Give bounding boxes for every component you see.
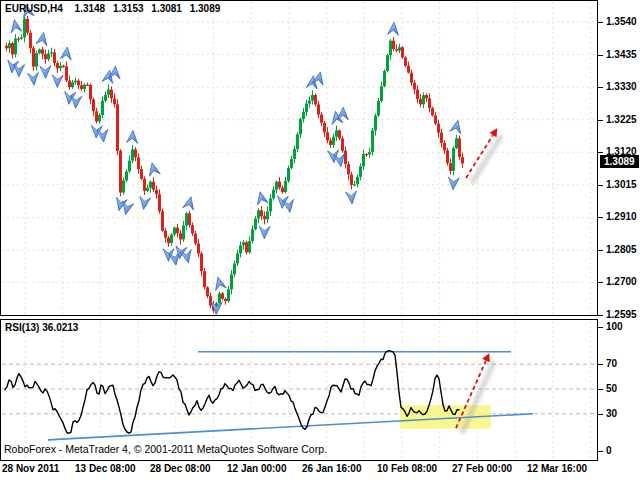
candle: [14, 38, 17, 54]
candle: [389, 41, 392, 55]
axis-tick: [598, 185, 603, 186]
rsi-indicator-pane[interactable]: RSI(13) 36.0213 RoboForex - MetaTrader 4…: [0, 319, 598, 461]
axis-tick: [598, 87, 603, 88]
candle: [398, 47, 401, 50]
rsi-chart[interactable]: [1, 320, 597, 460]
candle: [26, 19, 29, 33]
candle: [395, 49, 398, 50]
candle: [260, 210, 263, 216]
candle: [377, 101, 380, 116]
candle: [419, 99, 422, 104]
fractal-up-arrow-icon: [147, 162, 161, 177]
fractal-up-arrow-icon: [255, 191, 268, 205]
candle: [176, 228, 179, 234]
candle: [356, 177, 359, 185]
rsi-axis-label: 0: [606, 445, 612, 457]
candle: [149, 182, 152, 188]
axis-tick: [598, 250, 603, 251]
price-axis-label: 1.3435: [606, 49, 637, 61]
candle: [257, 210, 260, 218]
candlestick-chart[interactable]: [1, 1, 597, 315]
price-axis-label: 1.3225: [606, 114, 637, 126]
chart-window: { "title": { "symbol": "EURUSD,H4", "val…: [0, 0, 640, 480]
candle: [338, 130, 341, 138]
candle: [74, 81, 77, 83]
candle: [164, 231, 167, 238]
time-axis-label: 26 Jan 16:00: [302, 463, 362, 474]
candle: [347, 164, 350, 174]
price-axis-label: 1.2700: [606, 276, 637, 288]
candle: [143, 179, 146, 191]
candle: [455, 138, 458, 148]
candle: [407, 66, 410, 73]
candle: [161, 211, 164, 230]
candle: [155, 190, 158, 195]
price-axis[interactable]: 1.35401.34351.33301.32251.31201.30151.29…: [598, 0, 640, 462]
axis-tick: [598, 217, 603, 218]
fractal-down-arrow-icon: [40, 66, 51, 79]
time-axis-label: 12 Jan 00:00: [227, 463, 287, 474]
fractal-down-arrow-icon: [28, 72, 40, 85]
candle: [281, 188, 284, 192]
candle: [368, 152, 371, 154]
candle: [404, 57, 407, 65]
rsi-axis-label: 50: [606, 383, 617, 395]
fractal-down-arrow-icon: [97, 129, 109, 143]
candle: [266, 211, 269, 219]
candle: [200, 254, 203, 272]
main-chart-pane[interactable]: EURUSD,H4 1.3148 1.3153 1.3081 1.3089: [0, 0, 598, 316]
candle: [197, 244, 200, 254]
candle: [332, 137, 335, 145]
candle: [428, 98, 431, 108]
candle: [122, 180, 125, 192]
candle: [251, 229, 254, 241]
price-trend-arrow: [466, 128, 500, 181]
candle: [386, 55, 389, 71]
candle: [431, 108, 434, 115]
candle: [359, 166, 362, 177]
candle: [314, 95, 317, 104]
candle: [59, 66, 62, 69]
candle: [116, 104, 119, 151]
low-value: 1.3081: [151, 3, 182, 14]
chart-title: EURUSD,H4 1.3148 1.3153 1.3081 1.3089: [5, 3, 220, 14]
time-axis-label: 27 Feb 00:00: [452, 463, 512, 474]
candle: [290, 159, 293, 168]
candle: [179, 233, 182, 239]
axis-tick: [598, 389, 603, 390]
candle: [446, 150, 449, 163]
candle: [383, 71, 386, 86]
candle: [80, 85, 83, 89]
candle: [77, 81, 80, 86]
candle: [362, 154, 365, 166]
candle: [302, 112, 305, 119]
candle: [185, 213, 188, 225]
candle: [272, 190, 275, 199]
candle: [296, 134, 299, 149]
axis-tick: [598, 55, 603, 56]
candle: [326, 132, 329, 140]
candle: [86, 85, 89, 86]
candle: [170, 234, 173, 243]
candle: [167, 238, 170, 243]
candle: [23, 19, 26, 37]
time-axis[interactable]: 28 Nov 201113 Dec 08:0028 Dec 08:0012 Ja…: [0, 462, 640, 478]
axis-tick: [598, 120, 603, 121]
rsi-axis-label: 30: [606, 408, 617, 420]
candle: [392, 41, 395, 49]
candle: [152, 182, 155, 190]
price-axis-label: 1.2595: [606, 309, 637, 321]
candle: [5, 46, 8, 48]
fractal-down-arrow-icon: [52, 75, 63, 88]
candle: [305, 104, 308, 112]
candle: [104, 95, 107, 101]
candle: [344, 151, 347, 164]
candle: [113, 98, 116, 104]
candle: [20, 37, 23, 38]
fractal-up-arrow-icon: [388, 22, 400, 35]
fractal-down-arrow-icon: [448, 177, 460, 190]
price-axis-label: 1.3330: [606, 81, 637, 93]
fractal-down-arrow-icon: [345, 191, 357, 204]
grid-layer: [25, 321, 591, 459]
candle: [413, 83, 416, 90]
